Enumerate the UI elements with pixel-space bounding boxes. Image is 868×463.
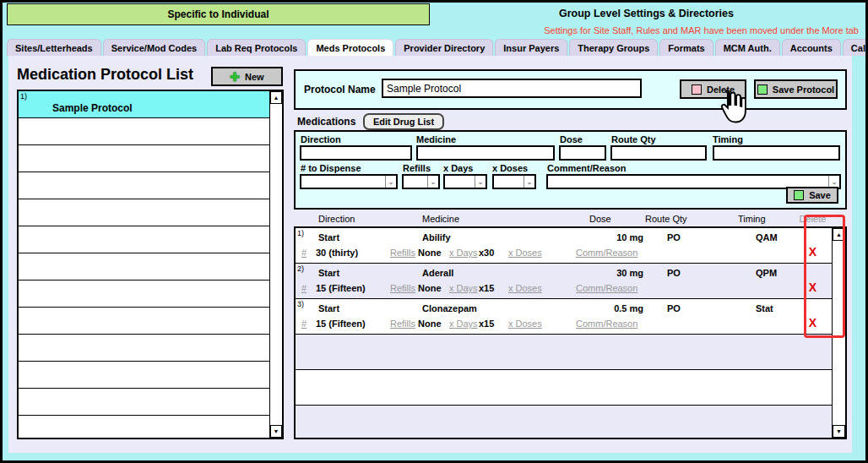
protocol-list-empty-row[interactable] — [19, 172, 269, 199]
protocol-list-empty-row[interactable] — [19, 389, 269, 416]
x-doses-link[interactable]: x Doses — [508, 319, 576, 329]
protocol-list-empty-row[interactable] — [19, 416, 269, 439]
cell-medicine: Clonazepam — [422, 303, 574, 313]
tab-service-mod-codes[interactable]: Service/Mod Codes — [103, 39, 205, 56]
x-days-link[interactable]: x Days — [449, 283, 479, 293]
med-row-3: 3) Start Clonazepam 0.5 mg PO Stat # 15 … — [296, 299, 832, 335]
med-empty-row — [296, 406, 832, 438]
protocol-list-empty-row[interactable] — [19, 308, 269, 335]
cell-route-qty: PO — [643, 303, 735, 313]
dispense-select[interactable]: ⌄ — [300, 174, 398, 189]
protocol-name-input[interactable] — [382, 79, 642, 98]
hash-link[interactable]: # — [296, 319, 316, 329]
protocol-list-empty-row[interactable] — [19, 118, 269, 145]
specific-to-individual-tab[interactable]: Specific to Individual — [7, 3, 430, 25]
edit-drug-list-button[interactable]: Edit Drug List — [363, 113, 444, 130]
protocol-list-empty-row[interactable] — [19, 226, 269, 253]
med-table-scrollbar[interactable]: ▲ ▼ — [832, 228, 845, 438]
x-doses-label: x Doses — [492, 163, 528, 173]
tab-lab-req-protocols[interactable]: Lab Req Protocols — [207, 39, 306, 56]
tab-accounts[interactable]: Accounts — [782, 39, 841, 56]
cell-x-days: x15 — [479, 319, 508, 329]
cell-route-qty: PO — [643, 268, 735, 278]
cell-refills: None — [418, 248, 449, 258]
x-doses-link[interactable]: x Doses — [508, 248, 576, 258]
med-row-2: 2) Start Aderall 30 mg PO QPM # 15 (Fift… — [296, 264, 832, 299]
tab-meds-protocols[interactable]: Meds Protocols — [307, 39, 393, 56]
direction-input[interactable] — [300, 145, 412, 161]
medication-entry-box: Direction Medicine Dose Route Qty Timing… — [294, 130, 847, 210]
dispense-label: # to Dispense — [301, 163, 361, 173]
hand-cursor-icon — [716, 88, 748, 127]
protocol-list-empty-row[interactable] — [19, 253, 269, 281]
medicine-input[interactable] — [416, 145, 555, 161]
delete-row-x[interactable]: X — [794, 281, 832, 294]
cell-direction: Start — [316, 303, 422, 313]
tab-insur-payers[interactable]: Insur Payers — [495, 39, 567, 56]
refills-link[interactable]: Refills — [390, 283, 418, 293]
cell-dispense: 15 (Fifteen) — [316, 319, 390, 329]
scroll-up-icon[interactable]: ▲ — [270, 91, 282, 104]
x-days-link[interactable]: x Days — [449, 319, 479, 329]
x-days-select[interactable]: ⌄ — [443, 174, 487, 189]
tab-therapy-groups[interactable]: Therapy Groups — [569, 39, 658, 56]
tab-sites-letterheads[interactable]: Sites/Letterheads — [7, 39, 101, 56]
tab-provider-directory[interactable]: Provider Directory — [395, 39, 493, 56]
cell-medicine: Aderall — [422, 268, 574, 278]
chevron-down-icon: ⌄ — [475, 176, 486, 188]
hash-link[interactable]: # — [296, 283, 316, 293]
scroll-down-icon[interactable]: ▼ — [833, 425, 845, 438]
protocol-list-scrollbar[interactable]: ▲ ▼ — [269, 91, 282, 438]
med-table-header: Direction Medicine Dose Route Qty Timing… — [296, 214, 832, 226]
tab-formats[interactable]: Formats — [659, 39, 713, 56]
protocol-item-name: Sample Protocol — [52, 102, 133, 114]
cell-dispense: 30 (thirty) — [316, 248, 390, 258]
edit-drug-list-label: Edit Drug List — [373, 117, 434, 127]
tab-mcm-auth[interactable]: MCM Auth. — [715, 39, 780, 56]
cell-refills: None — [418, 319, 449, 329]
delete-row-x[interactable]: X — [794, 316, 832, 330]
cell-refills: None — [418, 283, 449, 293]
x-doses-link[interactable]: x Doses — [508, 283, 576, 293]
comment-reason-label: Comment/Reason — [547, 163, 627, 173]
refills-link[interactable]: Refills — [390, 248, 418, 258]
route-qty-label: Route Qty — [611, 134, 656, 144]
scroll-up-icon[interactable]: ▲ — [833, 228, 845, 241]
save-protocol-button[interactable]: Save Protocol — [754, 79, 838, 99]
protocol-list-item-selected[interactable]: 1) Sample Protocol — [19, 91, 269, 118]
protocol-list-empty-row[interactable] — [19, 362, 269, 389]
save-medication-button[interactable]: Save — [786, 187, 838, 204]
scroll-down-icon[interactable]: ▼ — [270, 425, 282, 438]
med-empty-row — [296, 335, 832, 370]
hash-link[interactable]: # — [296, 248, 316, 258]
page-title: Medication Protocol List — [17, 66, 193, 84]
protocol-list-empty-row[interactable] — [19, 335, 269, 362]
refills-link[interactable]: Refills — [390, 319, 418, 329]
delete-row-x[interactable]: X — [794, 245, 832, 259]
chevron-down-icon: ⌄ — [427, 176, 438, 188]
x-days-link[interactable]: x Days — [449, 248, 479, 258]
x-doses-select[interactable]: ⌄ — [492, 174, 536, 189]
cell-dose: 30 mg — [574, 268, 643, 278]
x-days-label: x Days — [443, 163, 473, 173]
medicine-label: Medicine — [416, 134, 456, 144]
timing-input[interactable] — [713, 145, 840, 161]
route-qty-input[interactable] — [610, 145, 707, 161]
header-route-qty: Route Qty — [643, 214, 735, 226]
medications-section-label: Medications — [297, 116, 355, 128]
new-protocol-button[interactable]: ✚ New — [211, 67, 283, 86]
specific-to-individual-label: Specific to Individual — [167, 8, 269, 20]
refills-select[interactable]: ⌄ — [402, 174, 440, 189]
dose-label: Dose — [560, 134, 583, 144]
save-icon — [794, 190, 804, 200]
app-window: Specific to Individual Group Level Setti… — [0, 0, 868, 463]
new-button-label: New — [245, 72, 264, 82]
header-delete: Delete — [794, 214, 832, 226]
protocol-list-empty-row[interactable] — [19, 145, 269, 172]
delete-icon — [692, 84, 702, 95]
protocol-list-empty-row[interactable] — [19, 199, 269, 226]
protocol-list-empty-row[interactable] — [19, 281, 269, 308]
save-protocol-label: Save Protocol — [773, 84, 834, 95]
dose-input[interactable] — [559, 145, 606, 161]
tab-calendar[interactable]: Calendar — [843, 39, 868, 56]
